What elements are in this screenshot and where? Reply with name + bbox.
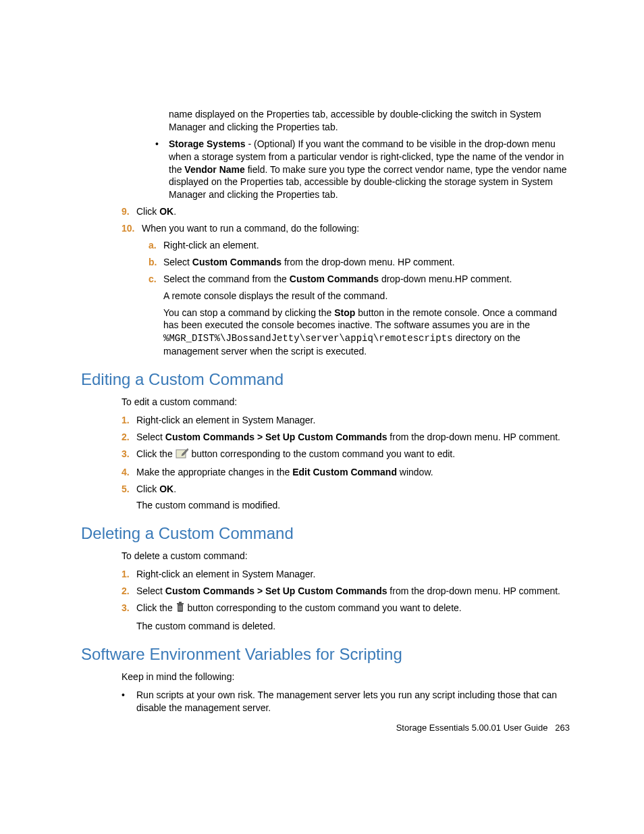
vendor-name-label: Vendor Name bbox=[184, 164, 244, 175]
heading-editing: Editing a Custom Command bbox=[81, 370, 570, 389]
footer-title: Storage Essentials 5.00.01 User Guide bbox=[396, 723, 548, 733]
trash-icon bbox=[176, 602, 185, 616]
step-content: Select Custom Commands > Set Up Custom C… bbox=[136, 585, 560, 598]
bullet-content: Storage Systems - (Optional) If you want… bbox=[169, 138, 570, 201]
document-page: name displayed on the Properties tab, ac… bbox=[0, 0, 644, 834]
step-number: 10. bbox=[122, 222, 142, 235]
substep-c-note2: You can stop a command by clicking the S… bbox=[163, 307, 570, 359]
bullet-marker: • bbox=[122, 689, 136, 714]
path-text: %MGR_DIST%\JBossandJetty\server\appiq\re… bbox=[163, 333, 452, 344]
editing-intro: To edit a custom command: bbox=[122, 396, 570, 409]
substep-letter: c. bbox=[149, 273, 163, 286]
page-number: 263 bbox=[555, 723, 570, 733]
step-content: Click OK. bbox=[136, 483, 176, 496]
del-step-1: 1. Right-click an element in System Mana… bbox=[122, 568, 570, 581]
env-bullet-1: • Run scripts at your own risk. The mana… bbox=[122, 689, 570, 714]
substep-content: Right-click an element. bbox=[163, 239, 259, 252]
step-content: Click OK. bbox=[136, 205, 176, 218]
substep-letter: a. bbox=[149, 239, 163, 252]
svg-rect-3 bbox=[179, 602, 182, 603]
substep-content: Select the command from the Custom Comma… bbox=[163, 273, 512, 286]
heading-env: Software Environment Variables for Scrip… bbox=[81, 645, 570, 664]
step-number: 3. bbox=[122, 448, 136, 462]
step-number: 2. bbox=[122, 431, 136, 444]
continuation-text: name displayed on the Properties tab, ac… bbox=[169, 108, 570, 134]
step-number: 5. bbox=[122, 483, 136, 496]
step-number: 4. bbox=[122, 466, 136, 479]
step-content: Click the button corresponding to the cu… bbox=[136, 448, 455, 462]
bullet-storage-systems: • Storage Systems - (Optional) If you wa… bbox=[155, 138, 570, 201]
substep-a: a. Right-click an element. bbox=[149, 239, 570, 252]
bullet-marker: • bbox=[155, 138, 169, 201]
substep-content: Select Custom Commands from the drop-dow… bbox=[163, 256, 455, 269]
step-content: Make the appropriate changes in the Edit… bbox=[136, 466, 433, 479]
storage-systems-label: Storage Systems bbox=[169, 138, 246, 149]
step-number: 2. bbox=[122, 585, 136, 598]
step-number: 1. bbox=[122, 414, 136, 427]
del-step-3-result: The custom command is deleted. bbox=[136, 620, 570, 633]
step-number: 1. bbox=[122, 568, 136, 581]
step-content: Right-click an element in System Manager… bbox=[136, 568, 315, 581]
step-content: Select Custom Commands > Set Up Custom C… bbox=[136, 431, 560, 444]
substep-b: b. Select Custom Commands from the drop-… bbox=[149, 256, 570, 269]
del-step-3: 3. Click the button corresponding to the… bbox=[122, 602, 570, 616]
deleting-intro: To delete a custom command: bbox=[122, 550, 570, 563]
edit-step-3: 3. Click the button corresponding to the… bbox=[122, 448, 570, 462]
substep-c-note1: A remote console displays the result of … bbox=[163, 290, 570, 303]
step-content: Click the button corresponding to the cu… bbox=[136, 602, 462, 616]
page-footer: Storage Essentials 5.00.01 User Guide 26… bbox=[396, 723, 570, 733]
step-number: 9. bbox=[122, 205, 136, 218]
step-number: 3. bbox=[122, 602, 136, 616]
del-step-2: 2. Select Custom Commands > Set Up Custo… bbox=[122, 585, 570, 598]
step-9: 9. Click OK. bbox=[122, 205, 570, 218]
heading-deleting: Deleting a Custom Command bbox=[81, 524, 570, 543]
edit-step-2: 2. Select Custom Commands > Set Up Custo… bbox=[122, 431, 570, 444]
step-content: When you want to run a command, do the f… bbox=[142, 222, 359, 235]
step-10: 10. When you want to run a command, do t… bbox=[122, 222, 570, 235]
edit-icon bbox=[176, 448, 189, 462]
substep-letter: b. bbox=[149, 256, 163, 269]
edit-step-5-result: The custom command is modified. bbox=[136, 499, 570, 512]
bullet-content: Run scripts at your own risk. The manage… bbox=[136, 689, 570, 714]
edit-step-4: 4. Make the appropriate changes in the E… bbox=[122, 466, 570, 479]
edit-step-5: 5. Click OK. bbox=[122, 483, 570, 496]
svg-rect-2 bbox=[177, 603, 184, 604]
env-intro: Keep in mind the following: bbox=[122, 671, 570, 683]
substep-c: c. Select the command from the Custom Co… bbox=[149, 273, 570, 286]
step-content: Right-click an element in System Manager… bbox=[136, 414, 315, 427]
edit-step-1: 1. Right-click an element in System Mana… bbox=[122, 414, 570, 427]
